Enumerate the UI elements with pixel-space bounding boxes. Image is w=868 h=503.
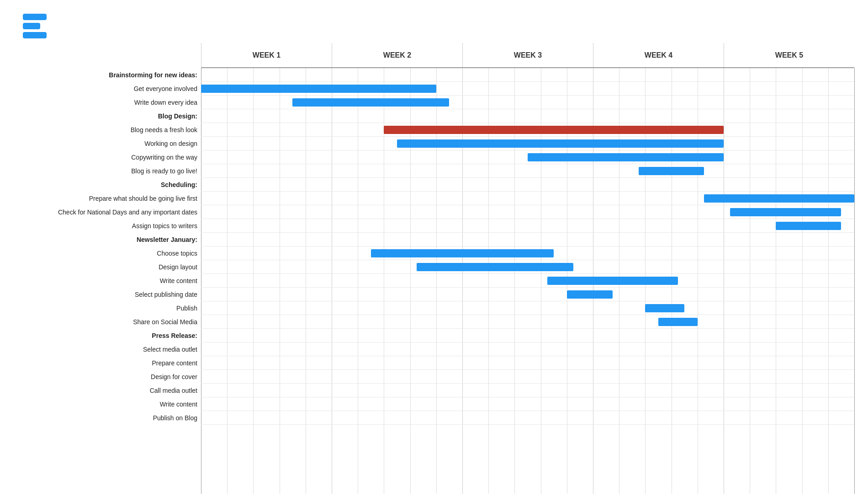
gantt-bar [704,194,854,203]
logo-bar-3 [23,32,47,38]
gantt-row [201,68,854,82]
main-content: Brainstorming for new ideas:Get everyone… [0,43,868,503]
task-label: Prepare what should be going live first [89,195,197,202]
task-row: Write content [14,274,201,288]
gantt-row [201,356,854,370]
week-headers: WEEK 1WEEK 2WEEK 3WEEK 4WEEK 5 [201,43,854,68]
task-label: Publish [176,305,197,312]
week-header-4: WEEK 4 [593,43,724,67]
task-row: Brainstorming for new ideas: [14,68,201,82]
task-row: Assign topics to writers [14,219,201,233]
gantt-row [201,384,854,397]
gantt-row [201,219,854,233]
gantt-bar [371,249,554,257]
task-row: Blog needs a fresh look [14,123,201,137]
task-row: Working on design [14,137,201,150]
task-row: Write down every idea [14,96,201,109]
gantt-row [201,82,854,96]
week-header-5: WEEK 5 [724,43,854,67]
gantt-row [201,315,854,329]
gantt-row [201,233,854,246]
gantt-bar [397,139,724,148]
gantt-row [201,274,854,288]
task-label: Share on Social Media [133,318,197,326]
gantt-row [201,370,854,384]
logo-bar-1 [23,14,47,20]
task-rows: Brainstorming for new ideas:Get everyone… [14,68,201,425]
task-label: Choose topics [157,250,197,257]
section-header-label: Scheduling: [161,181,197,188]
gantt-rows [201,68,854,494]
task-row: Prepare content [14,356,201,370]
header [0,0,868,43]
task-label: Copywriting on the way [131,154,197,161]
task-row: Design layout [14,260,201,274]
task-row: Press Release: [14,329,201,342]
section-header-label: Blog Design: [158,112,197,120]
task-label: Assign topics to writers [132,222,197,230]
task-row: Choose topics [14,246,201,260]
task-row: Publish on Blog [14,411,201,425]
task-row: Copywriting on the way [14,150,201,164]
section-header-label: Press Release: [152,332,197,339]
gantt-area: WEEK 1WEEK 2WEEK 3WEEK 4WEEK 5 [201,43,854,494]
week-header-2: WEEK 2 [332,43,462,67]
page: Brainstorming for new ideas:Get everyone… [0,0,868,503]
gantt-row [201,205,854,219]
gantt-row [201,246,854,260]
task-label: Call media outlet [150,387,197,394]
gantt-bar [417,263,573,271]
task-row: Select media outlet [14,342,201,356]
task-label: Write content [160,277,197,284]
gantt-row [201,164,854,178]
gantt-row [201,109,854,123]
gantt-row [201,123,854,137]
gantt-bar [547,277,678,285]
task-row: Newsletter January: [14,233,201,246]
gantt-bar [292,98,449,107]
grid-line-week-5 [854,68,855,494]
gantt-row [201,137,854,150]
task-label: Working on design [144,140,197,147]
task-row: Get everyone involved [14,82,201,96]
task-label: Select media outlet [143,346,197,353]
gantt-bar [645,304,684,312]
gantt-row [201,411,854,425]
task-label: Blog needs a fresh look [131,126,197,134]
gantt-bar [528,153,724,161]
task-label: Get everyone involved [134,85,197,92]
gantt-row [201,178,854,192]
week-header-placeholder [14,43,201,68]
section-header-label: Brainstorming for new ideas: [109,71,197,79]
gantt-row [201,397,854,411]
gantt-row [201,329,854,342]
logo-area [23,14,55,38]
task-row: Design for cover [14,370,201,384]
task-row: Check for National Days and any importan… [14,205,201,219]
task-row: Call media outlet [14,384,201,397]
gantt-bar [567,290,613,299]
task-label: Blog is ready to go live! [131,167,197,175]
task-row: Blog is ready to go live! [14,164,201,178]
gantt-row [201,96,854,109]
gantt-bar [201,85,436,93]
task-row: Select publishing date [14,288,201,301]
week-header-1: WEEK 1 [201,43,332,67]
task-label: Write content [160,401,197,408]
gantt-bar [658,318,698,326]
gantt-bar [384,126,724,134]
task-label: Select publishing date [135,291,197,298]
task-row: Blog Design: [14,109,201,123]
task-row: Share on Social Media [14,315,201,329]
logo-icon [23,14,47,38]
gantt-bar [730,208,841,216]
task-row: Publish [14,301,201,315]
gantt-row [201,192,854,205]
task-row: Scheduling: [14,178,201,192]
task-label: Check for National Days and any importan… [58,209,197,216]
task-row: Write content [14,397,201,411]
gantt-row [201,260,854,274]
gantt-row [201,150,854,164]
section-header-label: Newsletter January: [137,236,197,243]
task-label: Write down every idea [134,99,197,106]
